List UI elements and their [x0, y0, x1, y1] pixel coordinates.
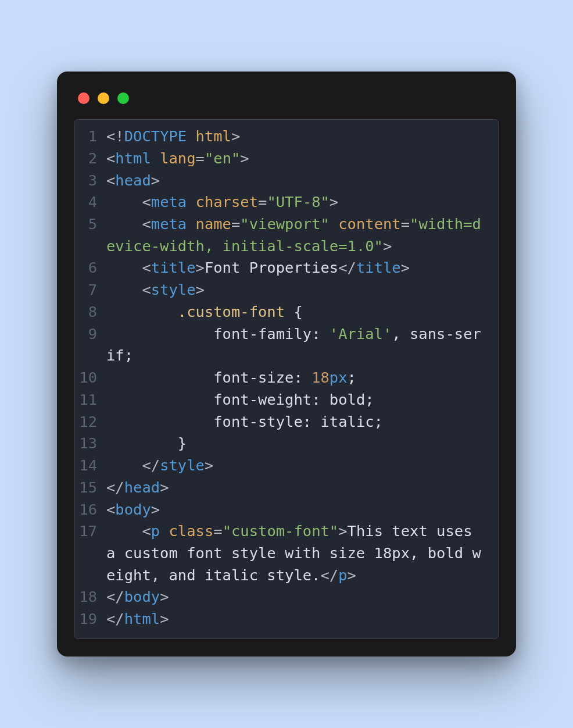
code-line[interactable]: 12 font-style: italic;: [75, 411, 498, 433]
line-content[interactable]: <body>: [106, 499, 498, 521]
close-icon[interactable]: [78, 92, 89, 104]
line-number: 8: [75, 301, 106, 323]
line-content[interactable]: </head>: [106, 477, 498, 499]
zoom-icon[interactable]: [117, 92, 129, 104]
code-line[interactable]: 2<html lang="en">: [75, 148, 498, 170]
line-content[interactable]: font-size: 18px;: [106, 367, 498, 389]
line-number: 17: [75, 520, 106, 586]
line-content[interactable]: </body>: [106, 586, 498, 608]
code-line[interactable]: 18</body>: [75, 586, 498, 608]
line-content[interactable]: </html>: [106, 608, 498, 630]
line-content[interactable]: </style>: [106, 455, 498, 477]
code-line[interactable]: 6 <title>Font Properties</title>: [75, 257, 498, 279]
code-line[interactable]: 9 font-family: 'Arial', sans-serif;: [75, 323, 498, 367]
line-content[interactable]: <html lang="en">: [106, 148, 498, 170]
line-number: 19: [75, 608, 106, 630]
line-number: 16: [75, 499, 106, 521]
line-number: 6: [75, 257, 106, 279]
line-content[interactable]: font-style: italic;: [106, 411, 498, 433]
line-content[interactable]: font-weight: bold;: [106, 389, 498, 411]
line-number: 3: [75, 170, 106, 192]
line-number: 13: [75, 433, 106, 455]
code-line[interactable]: 15</head>: [75, 477, 498, 499]
code-line[interactable]: 7 <style>: [75, 279, 498, 301]
line-content[interactable]: font-family: 'Arial', sans-serif;: [106, 323, 498, 367]
line-number: 7: [75, 279, 106, 301]
line-number: 2: [75, 148, 106, 170]
code-line[interactable]: 11 font-weight: bold;: [75, 389, 498, 411]
code-line[interactable]: 10 font-size: 18px;: [75, 367, 498, 389]
line-content[interactable]: <p class="custom-font">This text uses a …: [106, 520, 498, 586]
code-line[interactable]: 8 .custom-font {: [75, 301, 498, 323]
line-number: 10: [75, 367, 106, 389]
code-line[interactable]: 1<!DOCTYPE html>: [75, 126, 498, 148]
code-line[interactable]: 14 </style>: [75, 455, 498, 477]
line-content[interactable]: <title>Font Properties</title>: [106, 257, 498, 279]
line-number: 11: [75, 389, 106, 411]
code-line[interactable]: 4 <meta charset="UTF-8">: [75, 191, 498, 213]
line-content[interactable]: <style>: [106, 279, 498, 301]
line-content[interactable]: <!DOCTYPE html>: [106, 126, 498, 148]
line-content[interactable]: <meta charset="UTF-8">: [106, 191, 498, 213]
code-line[interactable]: 17 <p class="custom-font">This text uses…: [75, 520, 498, 586]
window-controls: [78, 92, 499, 104]
line-content[interactable]: <meta name="viewport" content="width=dev…: [106, 213, 498, 257]
code-editor[interactable]: 1<!DOCTYPE html>2<html lang="en">3<head>…: [74, 119, 499, 639]
line-content[interactable]: }: [106, 433, 498, 455]
line-content[interactable]: <head>: [106, 170, 498, 192]
minimize-icon[interactable]: [98, 92, 109, 104]
line-number: 12: [75, 411, 106, 433]
line-content[interactable]: .custom-font {: [106, 301, 498, 323]
code-line[interactable]: 19</html>: [75, 608, 498, 630]
line-number: 14: [75, 455, 106, 477]
code-line[interactable]: 5 <meta name="viewport" content="width=d…: [75, 213, 498, 257]
line-number: 18: [75, 586, 106, 608]
line-number: 9: [75, 323, 106, 367]
line-number: 4: [75, 191, 106, 213]
line-number: 1: [75, 126, 106, 148]
code-line[interactable]: 16<body>: [75, 499, 498, 521]
line-number: 5: [75, 213, 106, 257]
code-line[interactable]: 3<head>: [75, 170, 498, 192]
code-window: 1<!DOCTYPE html>2<html lang="en">3<head>…: [57, 72, 516, 656]
line-number: 15: [75, 477, 106, 499]
code-line[interactable]: 13 }: [75, 433, 498, 455]
